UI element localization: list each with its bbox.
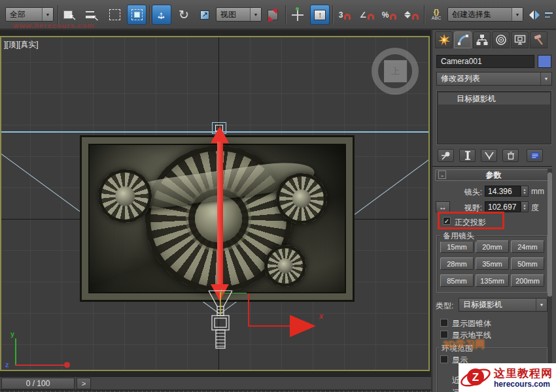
fov-spinner[interactable]: ▲ ▼ <box>521 201 529 212</box>
snap-3-label: 3 <box>339 10 343 20</box>
logo-text: 这里教程网 herecours.com <box>494 367 553 389</box>
rectangular-selection-region-button[interactable] <box>105 5 124 25</box>
show-end-result-button[interactable] <box>459 149 476 162</box>
time-slider-area: 0 / 100 > <box>0 371 431 392</box>
tab-hierarchy[interactable] <box>473 31 491 48</box>
viewport-area: ][顶][真实] 上 <box>0 30 431 371</box>
next-frame-button[interactable]: > <box>77 378 91 389</box>
annotation-vertical-arrow <box>217 142 223 286</box>
annotation-arrow-right-head <box>290 315 316 337</box>
chevron-down-icon: ▼ <box>512 8 523 21</box>
scale-icon: ↗ <box>200 10 209 20</box>
tab-display[interactable] <box>511 31 529 48</box>
lens-spinner[interactable]: ▲ ▼ <box>521 186 529 197</box>
site-logo: Z 这里教程网 herecours.com <box>459 363 556 392</box>
parameters-rollout-header[interactable]: 参数 <box>435 169 552 181</box>
panel-scrollbar[interactable] <box>547 169 552 392</box>
tab-utilities[interactable] <box>530 31 547 48</box>
tab-modify[interactable] <box>454 31 472 48</box>
fov-value-field[interactable]: 102.697 <box>485 201 521 212</box>
trash-icon <box>506 150 516 161</box>
lens-unit: mm <box>531 187 544 196</box>
pin-stack-button[interactable] <box>438 149 454 162</box>
cursor-icon: ↖ <box>69 12 77 22</box>
window-selection-icon <box>131 9 143 20</box>
fov-direction-button[interactable]: ↔ <box>436 201 450 212</box>
time-slider-track[interactable]: 0 / 100 > <box>0 376 431 390</box>
percent-snap-toggle-button[interactable]: % <box>379 5 399 25</box>
model-medallion <box>264 245 306 287</box>
snaps-toggle-3d-button[interactable]: 3 <box>335 5 355 25</box>
modify-icon <box>457 34 469 46</box>
camera-type-dropdown[interactable]: 目标摄影机 ▼ <box>459 298 547 312</box>
model-medallion <box>98 169 152 223</box>
lens-85mm-button[interactable]: 85mm <box>440 274 474 287</box>
make-unique-button[interactable] <box>481 149 497 162</box>
use-pivot-point-center-button[interactable] <box>263 5 283 25</box>
top-viewport[interactable]: ][顶][真实] 上 <box>0 36 430 371</box>
modifier-stack[interactable]: 目标摄影机 <box>436 90 552 145</box>
stack-item-target-camera[interactable]: 目标摄影机 <box>438 93 550 105</box>
watermark-text: 3D学习网 <box>443 338 485 351</box>
viewcube-face-label: 上 <box>391 65 400 77</box>
lens-label: 镜头: <box>459 187 482 198</box>
panel-scrollbar-thumb[interactable] <box>547 172 552 297</box>
spinner-snap-toggle-button[interactable] <box>402 5 421 25</box>
lens-value-field[interactable]: 14.396 <box>485 186 521 197</box>
lens-28mm-button[interactable]: 28mm <box>440 257 474 270</box>
show-horizon-checkbox[interactable] <box>440 331 448 338</box>
select-and-manipulate-button[interactable] <box>288 5 307 25</box>
axis-z-label: z <box>5 361 9 368</box>
toolbar-separator <box>424 5 425 24</box>
select-and-scale-button[interactable]: ↗ <box>195 5 215 25</box>
utilities-icon <box>533 34 545 46</box>
magnet-icon <box>368 14 374 20</box>
tab-create[interactable] <box>435 31 453 48</box>
camera-object[interactable] <box>206 289 235 351</box>
selection-filter-dropdown[interactable]: 全部 ▼ <box>5 7 54 22</box>
rollout-collapse-icon[interactable]: - <box>438 171 446 179</box>
toolbar-separator <box>332 5 333 24</box>
svg-text:Z: Z <box>472 371 479 384</box>
viewport-label[interactable]: ][顶][真实] <box>4 39 39 50</box>
select-and-rotate-button[interactable]: ↻ <box>174 5 194 25</box>
logo-site-url: herecours.com <box>494 380 553 389</box>
angle-snap-toggle-button[interactable]: ∠ <box>357 5 377 25</box>
reference-coordinate-dropdown[interactable]: 视图 ▼ <box>216 7 262 22</box>
magnet-icon <box>412 14 419 20</box>
spinner-down-icon: ▼ <box>523 207 527 210</box>
lens-50mm-button[interactable]: 50mm <box>511 257 544 270</box>
show-cone-checkbox[interactable] <box>440 319 448 327</box>
next-frame-icon: > <box>82 380 86 387</box>
select-and-move-button[interactable]: ↔ ↕ <box>152 5 171 25</box>
tab-motion[interactable] <box>492 31 510 48</box>
show-cone-label: 显示圆锥体 <box>452 318 491 329</box>
toolbar-separator <box>285 5 286 24</box>
object-color-swatch[interactable] <box>538 55 551 68</box>
edit-named-selection-sets-button[interactable]: {} ABC <box>426 5 446 25</box>
viewcube-face[interactable]: 上 <box>384 60 407 82</box>
spinner-stack-icon <box>404 11 411 18</box>
window-crossing-toggle[interactable] <box>127 5 147 25</box>
logo-z-icon: Z <box>459 364 493 391</box>
watermark-text: www.herecours.com <box>13 22 94 29</box>
align-button[interactable] <box>542 5 556 25</box>
lens-35mm-button[interactable]: 35mm <box>476 257 509 270</box>
modifier-list-dropdown[interactable]: 修改器列表 ▼ <box>436 72 552 86</box>
lens-24mm-button[interactable]: 24mm <box>511 240 544 253</box>
hierarchy-icon <box>476 34 488 46</box>
keyboard-shortcut-override-toggle[interactable]: ↑ <box>310 5 330 25</box>
lens-15mm-button[interactable]: 15mm <box>440 240 474 253</box>
lens-135mm-button[interactable]: 135mm <box>476 274 509 287</box>
object-name-field[interactable]: Camera001 <box>436 55 534 68</box>
toolbar-separator <box>149 5 150 24</box>
lens-200mm-button[interactable]: 200mm <box>511 274 544 287</box>
configure-modifier-sets-button[interactable] <box>527 149 543 162</box>
env-show-checkbox[interactable] <box>440 355 448 363</box>
named-selection-set-dropdown[interactable]: 创建选择集 ▼ <box>447 7 523 22</box>
remove-modifier-button[interactable] <box>502 149 519 162</box>
magnet-icon <box>344 14 351 20</box>
time-slider-handle[interactable]: 0 / 100 <box>1 378 75 389</box>
time-current-frame: 0 / 100 <box>26 379 50 388</box>
lens-20mm-button[interactable]: 20mm <box>476 240 509 253</box>
